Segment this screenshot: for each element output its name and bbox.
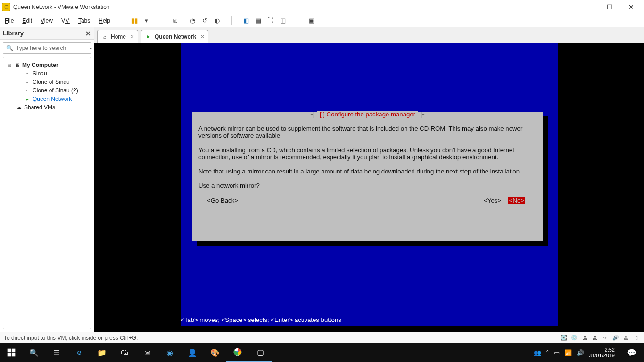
- taskbar-clock[interactable]: 2:52 31/01/2019: [589, 347, 618, 358]
- taskbar-vmware[interactable]: ▢: [249, 343, 272, 362]
- no-button[interactable]: <No>: [508, 197, 525, 204]
- maximize-button[interactable]: ☐: [599, 0, 620, 14]
- tree-shared-vms[interactable]: ☁ Shared VMs: [7, 103, 87, 112]
- yes-button[interactable]: <Yes>: [484, 197, 501, 204]
- system-tray: 👥 ˄ ▭ 📶 🔊 2:52 31/01/2019 💬: [534, 343, 644, 362]
- notification-center-button[interactable]: 💬: [622, 343, 641, 362]
- window-controls: — ☐ ✕: [577, 0, 642, 14]
- usb-icon[interactable]: ᯤ: [602, 334, 609, 342]
- battery-icon[interactable]: ▭: [554, 349, 560, 356]
- tree-my-computer[interactable]: ⊟ 🖥 My Computer: [7, 61, 87, 69]
- tree-item-sinau[interactable]: ▫ Sinau: [7, 69, 87, 78]
- search-icon: 🔍: [6, 45, 13, 51]
- taskbar-chrome[interactable]: [226, 343, 249, 362]
- windows-taskbar: 🔍 ☰ e 📁 🛍 ✉ ◉ 👤 🎨 ▢ 👥 ˄ ▭ 📶 🔊 2:52 31/01…: [0, 343, 644, 362]
- send-ctrl-alt-del-button[interactable]: ⎚: [170, 16, 181, 26]
- window-titlebar: ▢ Queen Network - VMware Workstation — ☐…: [0, 0, 644, 14]
- show-library-button[interactable]: ◧: [240, 16, 252, 26]
- computer-icon: 🖥: [14, 62, 20, 68]
- toolbar-separator: [231, 16, 232, 25]
- sound-icon[interactable]: 🔊: [612, 334, 619, 342]
- svg-rect-3: [12, 353, 16, 357]
- network-icon[interactable]: 🖧: [581, 334, 588, 342]
- status-text: To direct input to this VM, click inside…: [4, 335, 138, 341]
- taskbar-store[interactable]: 🛍: [113, 343, 136, 362]
- people-icon[interactable]: 👥: [534, 349, 541, 356]
- taskbar-mail[interactable]: ✉: [136, 343, 158, 362]
- menu-file[interactable]: File: [4, 16, 15, 25]
- wifi-icon[interactable]: 📶: [564, 349, 572, 356]
- svg-rect-2: [8, 353, 11, 357]
- tree-twisty-icon[interactable]: ⊟: [7, 63, 12, 68]
- tree-root-label: My Computer: [22, 62, 58, 68]
- printer-icon[interactable]: 🖶: [622, 334, 630, 342]
- snapshot-take-button[interactable]: ◔: [187, 16, 198, 26]
- menu-view[interactable]: View: [40, 16, 54, 25]
- power-dropdown[interactable]: ▾: [141, 16, 152, 26]
- unity-button[interactable]: ◫: [277, 16, 289, 26]
- menu-edit[interactable]: Edit: [21, 16, 33, 25]
- taskbar-explorer[interactable]: 📁: [91, 343, 113, 362]
- minimize-button[interactable]: —: [577, 0, 599, 14]
- taskbar-app2[interactable]: 👤: [181, 343, 204, 362]
- tab-queen-network[interactable]: ▸ Queen Network ×: [141, 30, 208, 43]
- network2-icon[interactable]: 🖧: [591, 334, 599, 342]
- menu-help[interactable]: Help: [98, 16, 111, 25]
- menubar: File Edit View VM Tabs Help ▮▮ ▾ ⎚ ◔ ↺ ◐…: [0, 14, 644, 27]
- thumbnail-button[interactable]: ▤: [253, 16, 264, 26]
- start-button[interactable]: [0, 343, 23, 362]
- taskbar-app1[interactable]: ◉: [158, 343, 181, 362]
- tab-home[interactable]: ⌂ Home ×: [97, 30, 138, 43]
- snapshot-manager-button[interactable]: ◐: [212, 16, 223, 26]
- taskbar-app3[interactable]: 🎨: [204, 343, 226, 362]
- home-icon: ⌂: [101, 33, 108, 40]
- tab-home-label: Home: [111, 33, 126, 40]
- toolbar-separator: [161, 16, 161, 25]
- toolbar-separator: [120, 16, 120, 25]
- toolbar-separator: [297, 16, 297, 25]
- pause-button[interactable]: ▮▮: [129, 16, 140, 26]
- vm-screen[interactable]: ┤ [!] Configure the package manager ├ A …: [181, 43, 558, 326]
- console-view-button[interactable]: ▣: [306, 16, 317, 26]
- app-icon: ▢: [2, 3, 10, 11]
- toolbar-power-group: ▮▮ ▾: [129, 16, 152, 26]
- content-area: ⌂ Home × ▸ Queen Network × ┤ [!] Configu…: [94, 27, 644, 332]
- cortana-search-button[interactable]: 🔍: [23, 343, 45, 362]
- cd-icon[interactable]: 💿: [570, 334, 578, 342]
- window-title: Queen Network - VMware Workstation: [13, 4, 110, 10]
- go-back-button[interactable]: <Go Back>: [207, 197, 238, 204]
- vm-console[interactable]: ┤ [!] Configure the package manager ├ A …: [94, 43, 644, 332]
- vm-icon: ▫: [24, 79, 31, 85]
- dialog-title: [!] Configure the package manager: [317, 111, 418, 118]
- taskbar-edge[interactable]: e: [68, 343, 91, 362]
- search-dropdown-icon[interactable]: ▾: [90, 46, 92, 51]
- tray-chevron-icon[interactable]: ˄: [546, 349, 549, 356]
- snapshot-revert-button[interactable]: ↺: [199, 16, 211, 26]
- close-button[interactable]: ✕: [620, 0, 642, 14]
- volume-icon[interactable]: 🔊: [577, 349, 584, 356]
- dialog-prompt: Use a network mirror?: [198, 182, 260, 189]
- menu-vm[interactable]: VM: [60, 16, 71, 25]
- shared-icon: ☁: [16, 104, 22, 111]
- tree-item-queen-network[interactable]: ▸ Queen Network: [7, 95, 87, 103]
- library-title: Library: [3, 30, 24, 37]
- disk-icon[interactable]: 💽: [560, 334, 568, 342]
- menu-tabs[interactable]: Tabs: [77, 16, 91, 25]
- tree-item-clone-sinau[interactable]: ▫ Clone of Sinau: [7, 78, 87, 86]
- search-input[interactable]: [16, 45, 87, 51]
- installer-dialog: ┤ [!] Configure the package manager ├ A …: [192, 112, 543, 241]
- message-icon[interactable]: ▯: [633, 334, 640, 342]
- library-search[interactable]: 🔍 ▾: [3, 42, 91, 54]
- statusbar: To direct input to this VM, click inside…: [0, 332, 644, 343]
- tab-close-icon[interactable]: ×: [201, 33, 204, 40]
- dialog-para1: A network mirror can be used to suppleme…: [198, 125, 524, 139]
- task-view-button[interactable]: ☰: [45, 343, 68, 362]
- fullscreen-button[interactable]: ⛶: [265, 16, 276, 26]
- tree-item-label: Clone of Sinau (2): [33, 87, 78, 94]
- dialog-body: A network mirror can be used to suppleme…: [198, 125, 537, 189]
- toolbar-view-group: ◧ ▤ ⛶ ◫: [240, 16, 289, 26]
- tab-close-icon[interactable]: ×: [131, 33, 134, 40]
- tree-item-clone-sinau-2[interactable]: ▫ Clone of Sinau (2): [7, 86, 87, 95]
- library-close-button[interactable]: ✕: [85, 30, 91, 37]
- dialog-title-wrap: ┤ [!] Configure the package manager ├: [192, 111, 543, 118]
